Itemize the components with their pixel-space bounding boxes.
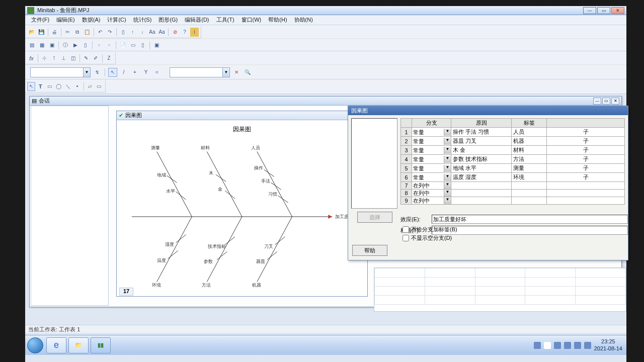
row-type-cell[interactable]: 常量▼	[412, 173, 451, 182]
redo-icon[interactable]: ↷	[106, 28, 114, 37]
select-button[interactable]: 选择	[357, 212, 392, 223]
row-cause[interactable]	[451, 190, 512, 197]
copy-icon[interactable]: ⧉	[73, 28, 82, 37]
row-sub[interactable]	[547, 182, 625, 190]
row-cause[interactable]: 地域 水平	[451, 164, 512, 173]
row-label[interactable]	[512, 197, 547, 205]
up-icon[interactable]: ↑	[128, 28, 137, 37]
row-sub[interactable]: 子	[547, 173, 625, 182]
row-type-cell[interactable]: 在列中▼	[412, 182, 451, 190]
tray-net-icon[interactable]	[564, 342, 571, 349]
run-icon[interactable]: ↯	[93, 68, 102, 77]
play-icon[interactable]: ▶	[71, 41, 80, 50]
brush3-icon[interactable]: ⊥	[59, 54, 68, 63]
menu-graph[interactable]: 图形(G)	[155, 15, 181, 25]
paste-icon[interactable]: 📋	[83, 28, 91, 37]
line-icon[interactable]: /	[119, 68, 128, 77]
row-label[interactable]	[512, 190, 547, 197]
effect-input[interactable]	[432, 215, 628, 224]
row-cause[interactable]: 参数 技术指标	[451, 155, 512, 164]
tray-battery-icon[interactable]	[534, 342, 541, 349]
chevron-down-icon[interactable]: ▼	[444, 182, 451, 189]
report-icon[interactable]: 📄	[118, 41, 127, 50]
row-sub[interactable]: 子	[547, 155, 625, 164]
row-cause[interactable]: 操作 手法 习惯	[451, 128, 512, 137]
branches-grid[interactable]: 分支 原因 标签 1常量▼操作 手法 习惯人员子2常量▼器皿 刀叉机器子3常量▼…	[400, 118, 625, 209]
menu-file[interactable]: 文件(F)	[28, 15, 52, 25]
session-minimize[interactable]: —	[593, 98, 601, 105]
helpq-icon[interactable]: ?	[180, 28, 189, 37]
open-icon[interactable]: 📂	[27, 28, 36, 37]
row-sub[interactable]	[547, 197, 625, 205]
pointer-icon[interactable]: ↖	[108, 68, 117, 77]
yfilter-icon[interactable]: Y	[141, 68, 150, 77]
menu-editor[interactable]: 编辑器(D)	[182, 15, 212, 25]
save-icon[interactable]: 💾	[37, 28, 45, 37]
grid-row[interactable]: 7在列中▼	[401, 182, 625, 190]
chevron-down-icon[interactable]: ▼	[444, 138, 451, 145]
tray-action-icon[interactable]	[544, 342, 551, 349]
undo-icon[interactable]: ↶	[96, 28, 104, 37]
plus-icon[interactable]: +	[130, 68, 139, 77]
fx-icon[interactable]: fx	[27, 54, 36, 63]
find-icon[interactable]: Aa	[148, 28, 156, 37]
layout1-icon[interactable]: ▭	[128, 41, 137, 50]
z-icon[interactable]: Z	[105, 54, 113, 63]
row-sub[interactable]	[547, 190, 625, 197]
search-icon[interactable]: 🔍	[243, 68, 252, 77]
row-type-cell[interactable]: 常量▼	[412, 155, 451, 164]
export-icon[interactable]: ▣	[152, 41, 161, 50]
close-button[interactable]: ✕	[611, 7, 624, 14]
session-maximize[interactable]: ▭	[602, 98, 610, 105]
tray-flag-icon[interactable]	[554, 342, 561, 349]
pen1-icon[interactable]: ✎	[82, 54, 91, 63]
row-type-cell[interactable]: 常量▼	[412, 128, 451, 137]
grid-row[interactable]: 2常量▼器皿 刀叉机器子	[401, 137, 625, 146]
chart-canvas[interactable]: 因果图 加工质量好坏 测量 地域 水平	[117, 120, 367, 296]
filter-input[interactable]	[31, 68, 83, 77]
row-sub[interactable]: 子	[547, 137, 625, 146]
search-input[interactable]	[170, 68, 222, 77]
menu-assist[interactable]: 协助(N)	[291, 15, 316, 25]
worksheet-peek[interactable]	[374, 267, 626, 312]
taskbar-minitab[interactable]: ▮▮	[91, 337, 111, 353]
row-cause[interactable]: 温度 湿度	[451, 173, 512, 182]
grid-row[interactable]: 4常量▼参数 技术指标方法子	[401, 155, 625, 164]
search-combo[interactable]: ▼	[170, 67, 230, 77]
rect-icon[interactable]: ▭	[46, 82, 54, 91]
grid-row[interactable]: 9在列中▼	[401, 197, 625, 205]
poly1-icon[interactable]: ▱	[86, 82, 94, 91]
text-icon[interactable]: T	[36, 82, 44, 91]
xfilter-icon[interactable]: ≈	[152, 68, 162, 77]
cancel-icon[interactable]: ⊘	[171, 28, 179, 37]
start-button[interactable]	[25, 335, 45, 355]
brush2-icon[interactable]: ⊺	[50, 54, 58, 63]
row-label[interactable]: 测量	[512, 164, 547, 173]
row-cause[interactable]	[451, 197, 512, 205]
new-icon[interactable]: ▫	[95, 41, 104, 50]
brush1-icon[interactable]: ⊹	[40, 54, 49, 63]
select-icon[interactable]: ↖	[27, 82, 35, 91]
row-type-cell[interactable]: 常量▼	[412, 146, 451, 155]
cut-icon[interactable]: ✂	[63, 28, 72, 37]
help-button[interactable]: 帮助	[352, 245, 387, 256]
row-sub[interactable]: 子	[547, 128, 625, 137]
minimize-button[interactable]: —	[583, 7, 596, 14]
session-close[interactable]: ✕	[611, 98, 619, 105]
row-cause[interactable]	[451, 182, 512, 190]
row-label[interactable]: 方法	[512, 155, 547, 164]
tray-app-icon[interactable]	[584, 342, 591, 349]
circle-icon[interactable]: ◯	[55, 82, 63, 91]
menu-help[interactable]: 帮助(H)	[265, 15, 290, 25]
session-icon[interactable]: ▤	[27, 41, 36, 50]
chevron-down-icon[interactable]: ▼	[444, 190, 451, 197]
nav-prev-icon[interactable]: ▯	[119, 28, 127, 37]
taskbar-ie[interactable]: e	[46, 337, 66, 353]
taskbar-clock[interactable]: 23:25 2021-08-14	[594, 338, 622, 351]
noempty-checkbox[interactable]	[403, 235, 409, 241]
row-cause[interactable]: 木 金	[451, 146, 512, 155]
maximize-button[interactable]: ▭	[597, 7, 610, 14]
down-icon[interactable]: ↓	[138, 28, 146, 37]
menu-edit[interactable]: 编辑(E)	[53, 15, 78, 25]
grid-row[interactable]: 3常量▼木 金材料子	[401, 146, 625, 155]
